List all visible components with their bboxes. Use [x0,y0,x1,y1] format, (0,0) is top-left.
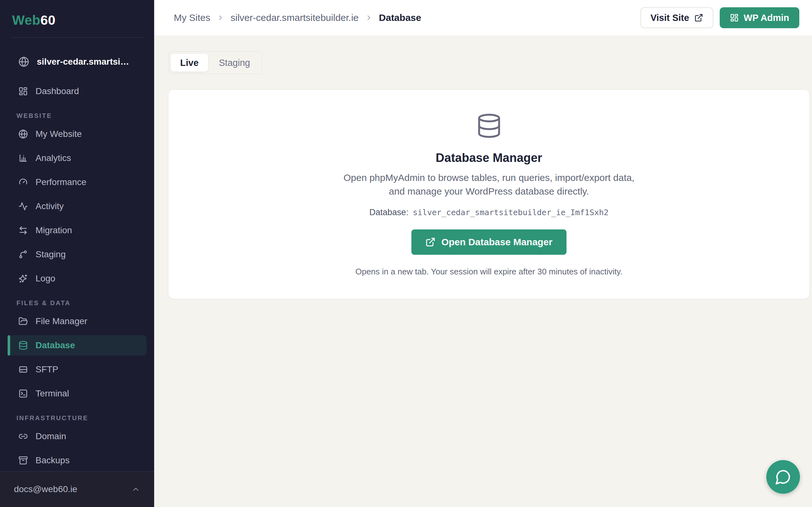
chevron-right-icon [365,14,373,21]
terminal-icon [18,389,28,398]
breadcrumb-current-database: Database [379,12,421,23]
sidebar-item-database[interactable]: Database [8,335,147,355]
database-label: Database: [369,208,408,217]
sidebar-item-dashboard[interactable]: Dashboard [8,81,147,101]
breadcrumb-my-sites[interactable]: My Sites [174,12,210,23]
sidebar-item-backups[interactable]: Backups [8,450,147,470]
open-database-manager-button[interactable]: Open Database Manager [411,229,566,255]
bar-chart-icon [18,153,28,163]
external-link-icon [694,13,703,22]
sparkles-icon [18,274,28,283]
brand-logo-secondary: 60 [40,13,55,27]
arrows-left-right-icon [18,226,28,235]
link-icon [18,432,28,441]
tab-staging[interactable]: Staging [209,54,259,72]
sidebar-site-name: silver-cedar.smartsi… [37,57,129,67]
sidebar-item-logo[interactable]: Logo [8,268,147,289]
hard-drive-icon [18,365,28,374]
chat-support-button[interactable] [766,460,800,494]
sidebar-account-menu[interactable]: docs@web60.ie [0,471,154,507]
sidebar-item-domain[interactable]: Domain [8,426,147,447]
archive-icon [18,456,28,465]
sidebar-site-selector[interactable]: silver-cedar.smartsi… [0,52,154,72]
database-icon [18,341,28,350]
sidebar-nav: Dashboard WEBSITE My Website Analytics [0,72,154,471]
sidebar-item-file-manager[interactable]: File Manager [8,311,147,331]
chevron-right-icon [217,14,224,21]
sidebar-item-terminal[interactable]: Terminal [8,383,147,404]
database-manager-card: Database Manager Open phpMyAdmin to brow… [168,89,810,299]
card-description: Open phpMyAdmin to browse tables, run qu… [342,171,637,198]
top-header: My Sites silver-cedar.smartsitebuilder.i… [154,0,812,36]
sidebar-item-sftp[interactable]: SFTP [8,359,147,380]
sidebar-item-staging[interactable]: Staging [8,244,147,265]
globe-icon [18,129,28,139]
sidebar-section-files-data: FILES & DATA [0,299,154,307]
account-email: docs@web60.ie [14,484,78,494]
sidebar-item-performance[interactable]: Performance [8,172,147,192]
database-name-value: silver_cedar_smartsitebuilder_ie_Imf1Sxh… [413,208,608,217]
folder-open-icon [18,317,28,326]
sidebar-item-my-website[interactable]: My Website [8,124,147,144]
globe-icon [18,56,29,67]
sidebar-section-website: WEBSITE [0,112,154,119]
header-actions: Visit Site WP Admin [641,7,799,28]
sidebar-section-infrastructure: INFRASTRUCTURE [0,414,154,422]
database-name-line: Database: silver_cedar_smartsitebuilder_… [188,208,791,217]
breadcrumb-site[interactable]: silver-cedar.smartsitebuilder.ie [231,12,359,23]
tab-live[interactable]: Live [171,54,208,72]
chevron-up-icon [131,485,140,494]
brand-logo-primary: Web [12,13,40,27]
environment-tabs: Live Staging [168,51,262,74]
brand-logo: Web60 [0,0,154,28]
activity-pulse-icon [18,202,28,211]
git-branch-icon [18,250,28,259]
app-window: Web60 silver-cedar.smartsi… Dashboard WE… [0,0,812,507]
sidebar-item-activity[interactable]: Activity [8,196,147,216]
gauge-icon [18,177,28,187]
page-content: Live Staging Database Manager Open phpMy… [154,36,812,507]
chat-bubble-icon [775,469,792,485]
external-link-icon [425,237,436,247]
session-note: Opens in a new tab. Your session will ex… [188,267,791,277]
sidebar-item-analytics[interactable]: Analytics [8,148,147,168]
database-icon [476,112,502,139]
main-area: My Sites silver-cedar.smartsitebuilder.i… [154,0,812,507]
wp-admin-button[interactable]: WP Admin [720,7,799,28]
dashboard-grid-icon [730,13,739,22]
sidebar: Web60 silver-cedar.smartsi… Dashboard WE… [0,0,154,507]
sidebar-item-migration[interactable]: Migration [8,220,147,240]
dashboard-grid-icon [18,87,28,96]
visit-site-button[interactable]: Visit Site [641,7,713,28]
breadcrumb: My Sites silver-cedar.smartsitebuilder.i… [174,12,421,23]
card-title: Database Manager [188,151,791,165]
